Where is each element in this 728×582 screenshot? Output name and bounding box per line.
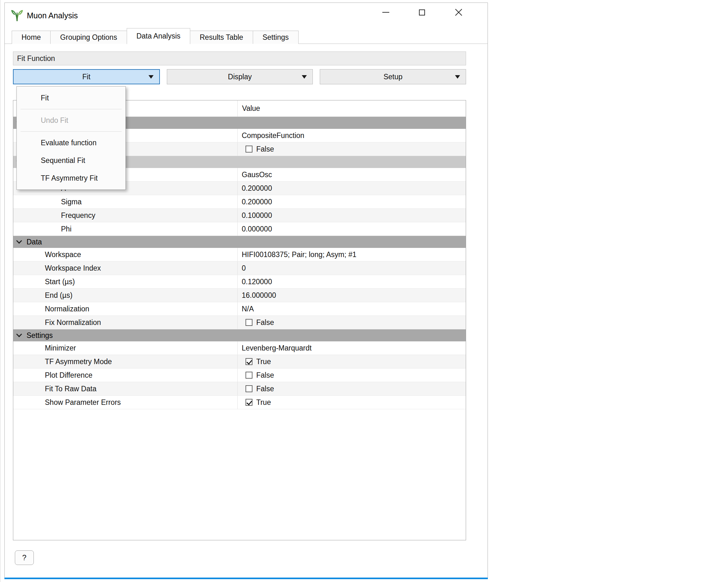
property-row-tf-asymmetry-mode: TF Asymmetry ModeTrue [13, 355, 466, 368]
value-text: Levenberg-Marquardt [242, 344, 312, 353]
display-dropdown-button[interactable]: Display [167, 69, 313, 84]
property-name: Workspace Index [13, 261, 238, 275]
tab-data-analysis[interactable]: Data Analysis [127, 28, 190, 44]
display-button-label: Display [228, 73, 252, 81]
property-value[interactable]: CompositeFunction [238, 129, 466, 142]
property-value[interactable]: 0.200000 [238, 182, 466, 195]
property-name: Frequency [13, 209, 238, 222]
property-name: Show Parameter Errors [13, 396, 238, 409]
chevron-down-icon [16, 238, 22, 244]
property-name: End (µs) [13, 288, 238, 302]
tab-grouping-options[interactable]: Grouping Options [50, 31, 127, 44]
setup-button-label: Setup [384, 73, 402, 81]
tab-results-table[interactable]: Results Table [190, 31, 253, 44]
property-name: Plot Difference [13, 368, 238, 382]
property-value[interactable]: Levenberg-Marquardt [238, 341, 466, 355]
property-value[interactable]: HIFI00108375; Pair; long; Asym; #1 [238, 248, 466, 261]
property-name: Sigma [13, 195, 238, 209]
property-row-frequency: Frequency0.100000 [13, 209, 466, 222]
property-row-plot-difference: Plot DifferenceFalse [13, 368, 466, 382]
title-bar[interactable]: Muon Analysis [5, 3, 488, 28]
setup-dropdown-button[interactable]: Setup [320, 69, 466, 84]
value-text: True [256, 398, 271, 407]
checkbox-checked[interactable] [245, 399, 253, 406]
property-value[interactable]: False [238, 316, 466, 329]
value-text: 16.000000 [242, 291, 276, 300]
property-name: Normalization [13, 302, 238, 315]
property-value[interactable]: 0.200000 [238, 195, 466, 209]
window-bottom-accent [4, 578, 488, 579]
property-row-workspace: WorkspaceHIFI00108375; Pair; long; Asym;… [13, 248, 466, 261]
property-row-fit-to-raw-data: Fit To Raw DataFalse [13, 382, 466, 396]
property-name: Minimizer [13, 341, 238, 355]
menu-separator [21, 109, 122, 109]
menu-item-evaluate-function[interactable]: Evaluate function [17, 134, 125, 151]
close-icon [454, 8, 463, 17]
property-row-normalization: NormalizationN/A [13, 302, 466, 316]
value-text: True [256, 358, 271, 366]
checkbox-unchecked[interactable] [245, 385, 253, 392]
value-text: GausOsc [242, 170, 272, 179]
property-row-minimizer: MinimizerLevenberg-Marquardt [13, 341, 466, 355]
maximize-icon [419, 9, 425, 16]
fit-toolbar: FitDisplaySetup [13, 69, 466, 84]
property-row-phi: Phi0.000000 [13, 222, 466, 236]
dropdown-arrow-icon [302, 75, 307, 79]
fit-dropdown-menu: FitUndo FitEvaluate functionSequential F… [17, 86, 126, 190]
property-value[interactable]: 0.120000 [238, 275, 466, 288]
desktop-background: Muon Analysis HomeGrouping OptionsData A… [0, 0, 728, 582]
menu-item-fit[interactable]: Fit [17, 89, 125, 107]
background-window-edge [0, 0, 1, 582]
value-text: CompositeFunction [242, 131, 304, 140]
property-value[interactable]: True [238, 396, 466, 409]
menu-item-tf-asymmetry-fit[interactable]: TF Asymmetry Fit [17, 169, 125, 187]
property-value[interactable]: 0.100000 [238, 209, 466, 222]
checkbox-unchecked[interactable] [245, 372, 253, 379]
menu-item-sequential-fit[interactable]: Sequential Fit [17, 151, 125, 169]
value-text: False [256, 371, 274, 380]
checkbox-unchecked[interactable] [245, 145, 253, 153]
property-name: Phi [13, 222, 238, 235]
tab-home[interactable]: Home [12, 31, 51, 44]
checkbox-checked[interactable] [245, 358, 253, 365]
property-value[interactable]: 16.000000 [238, 288, 466, 302]
property-row-sigma: Sigma0.200000 [13, 195, 466, 209]
property-value[interactable]: False [238, 142, 466, 156]
property-value[interactable]: N/A [238, 302, 466, 315]
section-label: Settings [27, 331, 53, 340]
minimize-icon [382, 12, 389, 12]
close-button[interactable] [446, 3, 471, 21]
value-text: 0 [242, 264, 246, 273]
tab-list: HomeGrouping OptionsData AnalysisResults… [5, 28, 488, 44]
section-row-settings[interactable]: Settings [13, 329, 466, 341]
dropdown-arrow-icon [149, 75, 154, 79]
column-header-value: Value [238, 101, 466, 116]
property-value[interactable]: False [238, 382, 466, 395]
checkbox-unchecked[interactable] [245, 319, 253, 326]
maximize-button[interactable] [409, 3, 435, 21]
property-name: Workspace [13, 248, 238, 261]
section-row-data[interactable]: Data [13, 236, 466, 248]
minimize-button[interactable] [373, 3, 398, 21]
value-text: HIFI00108375; Pair; long; Asym; #1 [242, 250, 357, 259]
muon-analysis-window: Muon Analysis HomeGrouping OptionsData A… [4, 2, 488, 579]
property-value[interactable]: False [238, 368, 466, 382]
value-text: 0.120000 [242, 278, 272, 286]
property-value[interactable]: 0 [238, 261, 466, 275]
property-name: Fit To Raw Data [13, 382, 238, 395]
property-value[interactable]: True [238, 355, 466, 368]
section-label: Data [27, 238, 42, 246]
fit-dropdown-button[interactable]: Fit [13, 69, 160, 84]
property-value[interactable]: 0.000000 [238, 222, 466, 235]
help-button[interactable]: ? [15, 550, 34, 565]
dropdown-arrow-icon [455, 75, 460, 79]
property-value[interactable]: GausOsc [238, 168, 466, 181]
value-text: 0.000000 [242, 225, 272, 233]
mantid-app-icon[interactable] [11, 9, 23, 22]
fit-button-label: Fit [82, 73, 91, 81]
property-row-workspace-index: Workspace Index0 [13, 261, 466, 275]
tab-settings[interactable]: Settings [253, 31, 298, 44]
value-text: False [256, 385, 274, 393]
property-row-end-s: End (µs)16.000000 [13, 288, 466, 302]
property-name: TF Asymmetry Mode [13, 355, 238, 368]
